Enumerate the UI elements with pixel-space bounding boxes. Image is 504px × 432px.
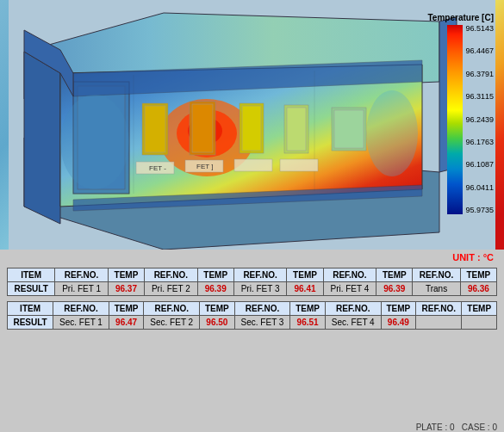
legend-value: 96.1763	[465, 139, 494, 146]
col-refno-2-5: REF.NO.	[416, 302, 462, 316]
legend-labels: 96.514396.446796.379196.311596.243996.17…	[463, 25, 494, 214]
empty-temp	[462, 316, 497, 330]
sec-fet4-temp: 96.49	[381, 316, 415, 330]
legend-value: 96.2439	[465, 116, 494, 124]
col-refno-2: REF.NO.	[145, 268, 198, 282]
col-temp-4: TEMP	[376, 268, 413, 282]
pri-fet1-temp: 96.37	[108, 282, 144, 296]
legend-value: 96.4467	[465, 47, 494, 55]
svg-text:FET ]: FET ]	[196, 163, 213, 170]
sec-fet1-temp: 96.47	[109, 316, 143, 330]
svg-rect-12	[192, 104, 213, 152]
pri-fet2-temp: 96.39	[197, 282, 233, 296]
tables-area: ITEM REF.NO. TEMP REF.NO. TEMP REF.NO. T…	[0, 264, 504, 421]
col-refno-3: REF.NO.	[233, 268, 287, 282]
legend-color-bar	[447, 25, 463, 214]
sec-fet3-ref: Sec. FET 3	[234, 316, 290, 330]
table-row: RESULT Pri. FET 1 96.37 Pri. FET 2 96.39…	[8, 282, 497, 296]
col-item-2: ITEM	[8, 302, 53, 316]
col-temp-5: TEMP	[460, 268, 496, 282]
svg-rect-14	[242, 106, 261, 151]
col-temp-2-1: TEMP	[109, 302, 143, 316]
sec-fet3-temp: 96.51	[290, 316, 325, 330]
svg-rect-10	[145, 106, 165, 152]
legend-bar-container: 96.514396.446796.379196.311596.243996.17…	[447, 25, 494, 214]
secondary-fet-table: ITEM REF.NO. TEMP REF.NO. TEMP REF.NO. T…	[7, 301, 497, 330]
result-label: RESULT	[8, 282, 55, 296]
col-refno-2-1: REF.NO.	[53, 302, 109, 316]
legend-title: Temperature [C]	[428, 13, 495, 22]
legend-value: 96.3115	[465, 93, 494, 101]
pri-fet3-ref: Pri. FET 3	[233, 282, 287, 296]
pri-fet2-ref: Pri. FET 2	[145, 282, 198, 296]
col-temp-2-4: TEMP	[381, 302, 415, 316]
col-temp-2-2: TEMP	[200, 302, 234, 316]
svg-rect-31	[280, 159, 318, 171]
legend-value: 96.3791	[465, 71, 494, 78]
pri-fet4-ref: Pri. FET 4	[323, 282, 376, 296]
sec-fet2-temp: 96.50	[200, 316, 234, 330]
col-refno-2-2: REF.NO.	[144, 302, 200, 316]
viz-area: FET - FET ] Temperature [C] 96.514396.44…	[0, 0, 504, 250]
pri-fet3-temp: 96.41	[287, 282, 323, 296]
plate-case-info: PLATE : 0 CASE : 0	[0, 421, 504, 432]
col-refno-5: REF.NO.	[413, 268, 460, 282]
col-temp-2-5: TEMP	[462, 302, 497, 316]
col-refno-2-3: REF.NO.	[234, 302, 290, 316]
trans-ref: Trans	[413, 282, 460, 296]
plate-label: PLATE : 0	[416, 423, 455, 432]
svg-rect-16	[287, 108, 306, 151]
main-container: FET - FET ] Temperature [C] 96.514396.44…	[0, 0, 504, 432]
sec-fet4-ref: Sec. FET 4	[325, 316, 381, 330]
result-label-2: RESULT	[8, 316, 53, 330]
col-refno-1: REF.NO.	[55, 268, 109, 282]
unit-label: UNIT : °C	[0, 250, 504, 264]
sec-fet2-ref: Sec. FET 2	[144, 316, 200, 330]
col-temp-2: TEMP	[197, 268, 233, 282]
pri-fet4-temp: 96.39	[376, 282, 413, 296]
case-label: CASE : 0	[462, 423, 497, 432]
svg-point-27	[366, 90, 418, 176]
sec-fet1-ref: Sec. FET 1	[53, 316, 109, 330]
temperature-legend: Temperature [C] 96.514396.446796.379196.…	[428, 13, 495, 214]
trans-temp: 96.36	[460, 282, 496, 296]
legend-value: 96.1087	[465, 161, 494, 169]
legend-value: 96.5143	[465, 25, 494, 33]
legend-value: 95.9735	[465, 207, 494, 214]
col-temp-2-3: TEMP	[290, 302, 325, 316]
svg-marker-3	[24, 52, 60, 224]
empty-ref	[416, 316, 462, 330]
col-temp-1: TEMP	[108, 268, 144, 282]
col-item: ITEM	[8, 268, 55, 282]
col-temp-3: TEMP	[287, 268, 323, 282]
svg-text:FET -: FET -	[149, 164, 166, 172]
pri-fet1-ref: Pri. FET 1	[55, 282, 109, 296]
primary-fet-table: ITEM REF.NO. TEMP REF.NO. TEMP REF.NO. T…	[7, 268, 497, 296]
svg-rect-30	[234, 159, 272, 171]
table-row-2: RESULT Sec. FET 1 96.47 Sec. FET 2 96.50…	[8, 316, 497, 330]
col-refno-4: REF.NO.	[323, 268, 376, 282]
legend-value: 96.0411	[465, 184, 494, 192]
col-refno-2-4: REF.NO.	[325, 302, 381, 316]
svg-point-26	[60, 95, 129, 189]
svg-rect-18	[334, 110, 364, 148]
